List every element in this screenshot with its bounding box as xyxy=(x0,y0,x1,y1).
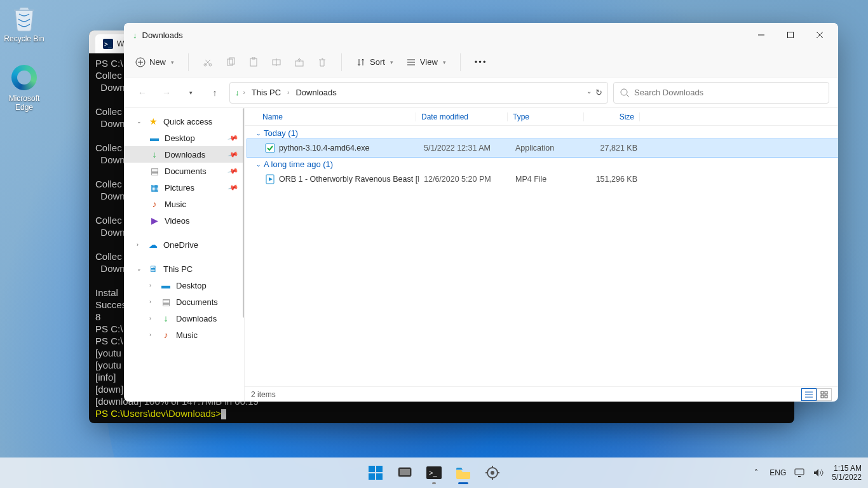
svg-rect-11 xyxy=(250,58,257,66)
status-text: 2 items xyxy=(251,390,276,399)
svg-rect-27 xyxy=(821,391,824,394)
svg-point-40 xyxy=(491,471,494,475)
taskbar-clock[interactable]: 1:15 AM 5/1/2022 xyxy=(832,464,862,482)
svg-line-20 xyxy=(627,95,629,97)
explorer-window[interactable]: ↓ Downloads New ▾ Sort ▾ View ▾ xyxy=(124,23,838,402)
nav-downloads[interactable]: ↓Downloads📌 xyxy=(124,146,244,163)
network-icon[interactable] xyxy=(794,467,805,478)
refresh-button[interactable]: ↻ xyxy=(595,88,602,97)
desktop-icon-edge[interactable]: Microsoft Edge xyxy=(0,64,48,112)
svg-point-19 xyxy=(621,89,627,95)
file-row[interactable]: ORB 1 - Otherworbly Ravenous Beast [B7..… xyxy=(247,170,838,188)
column-type[interactable]: Type xyxy=(508,112,584,121)
cut-button xyxy=(198,55,218,70)
nav-tp-desktop[interactable]: ›▬Desktop xyxy=(124,277,244,294)
taskbar[interactable]: >_ ˄ ENG 1:15 AM 5/1/2022 xyxy=(0,458,868,488)
downloads-icon: ↓ xyxy=(133,30,137,40)
address-bar-row: ← → ▾ ↑ ↓ › This PC › Downloads ⌄ ↻ xyxy=(124,78,838,108)
file-group-today[interactable]: ⌄Today (1) xyxy=(247,126,838,139)
tray-overflow-button[interactable]: ˄ xyxy=(750,467,762,478)
svg-rect-32 xyxy=(376,466,383,472)
search-icon xyxy=(620,88,629,97)
videos-icon: ▶ xyxy=(149,215,159,226)
column-headers[interactable]: Name Date modified Type Size xyxy=(245,108,838,126)
taskbar-settings[interactable] xyxy=(480,460,505,485)
column-size[interactable]: Size xyxy=(584,112,640,121)
pictures-icon: ▦ xyxy=(149,182,159,193)
svg-rect-28 xyxy=(825,391,827,394)
start-button[interactable] xyxy=(363,460,388,485)
onedrive-icon: ☁ xyxy=(148,240,158,250)
nav-music[interactable]: ♪Music xyxy=(124,196,244,212)
desktop-icon: ▬ xyxy=(149,133,159,143)
file-row[interactable]: python-3.10.4-amd64.exe5/1/2022 12:31 AM… xyxy=(247,139,838,157)
recent-button[interactable]: ▾ xyxy=(181,83,200,102)
file-date: 5/1/2022 12:31 AM xyxy=(419,144,510,152)
explorer-titlebar[interactable]: ↓ Downloads xyxy=(124,23,838,47)
chevron-down-icon: ▾ xyxy=(390,59,393,65)
more-button[interactable]: ••• xyxy=(470,55,492,69)
explorer-toolbar: New ▾ Sort ▾ View ▾ ••• xyxy=(124,47,838,78)
view-button[interactable]: View ▾ xyxy=(401,55,451,70)
downloads-icon: ↓ xyxy=(149,149,159,159)
maximize-button[interactable] xyxy=(776,25,805,45)
navigation-pane[interactable]: ⌄★Quick access ▬Desktop📌 ↓Downloads📌 ▤Do… xyxy=(124,108,245,402)
music-icon: ♪ xyxy=(161,330,171,340)
this-pc-icon: 🖥 xyxy=(148,264,158,274)
nav-videos[interactable]: ▶Videos xyxy=(124,212,244,229)
nav-this-pc[interactable]: ⌄🖥This PC xyxy=(124,261,244,277)
thumbnails-view-button[interactable] xyxy=(817,388,832,401)
taskbar-terminal[interactable]: >_ xyxy=(421,460,447,485)
view-icon xyxy=(406,57,416,67)
file-size: 27,821 KB xyxy=(587,144,642,152)
close-button[interactable] xyxy=(805,25,834,45)
new-icon xyxy=(135,57,146,67)
svg-rect-21 xyxy=(266,144,275,152)
new-button[interactable]: New ▾ xyxy=(130,55,179,70)
sort-button[interactable]: Sort ▾ xyxy=(351,55,398,70)
nav-pictures[interactable]: ▦Pictures📌 xyxy=(124,179,244,196)
sort-label: Sort xyxy=(370,57,385,67)
desktop-icon-recycle-bin[interactable]: Recycle Bin xyxy=(0,4,48,43)
file-group-old[interactable]: ⌄A long time ago (1) xyxy=(247,157,838,170)
breadcrumb-this-pc[interactable]: This PC xyxy=(249,86,283,98)
details-view-button[interactable] xyxy=(801,388,817,401)
nav-desktop[interactable]: ▬Desktop📌 xyxy=(124,130,244,146)
up-button[interactable]: ↑ xyxy=(205,83,224,102)
chevron-down-icon: ▾ xyxy=(171,59,174,65)
chevron-down-icon: ▾ xyxy=(443,59,446,65)
task-view-button[interactable] xyxy=(392,460,417,485)
nav-tp-downloads[interactable]: ›↓Downloads xyxy=(124,310,244,327)
nav-documents[interactable]: ▤Documents📌 xyxy=(124,163,244,179)
star-icon: ★ xyxy=(148,116,158,126)
file-date: 12/6/2020 5:20 PM xyxy=(419,175,510,184)
copy-button xyxy=(220,55,241,70)
column-date[interactable]: Date modified xyxy=(416,112,508,121)
nav-onedrive[interactable]: ›☁OneDrive xyxy=(124,236,244,253)
downloads-icon: ↓ xyxy=(161,313,171,323)
file-list[interactable]: ⌄Today (1)python-3.10.4-amd64.exe5/1/202… xyxy=(245,126,838,386)
breadcrumb-separator: › xyxy=(287,89,289,96)
address-bar[interactable]: ↓ › This PC › Downloads ⌄ ↻ xyxy=(229,82,608,104)
language-indicator[interactable]: ENG xyxy=(770,468,786,477)
svg-rect-34 xyxy=(376,473,383,480)
volume-icon[interactable] xyxy=(813,467,824,478)
edge-icon xyxy=(10,64,38,92)
rename-button xyxy=(266,55,287,70)
column-name[interactable]: Name xyxy=(257,112,416,121)
minimize-button[interactable] xyxy=(747,25,776,45)
svg-rect-33 xyxy=(369,473,375,480)
nav-tp-music[interactable]: ›♪Music xyxy=(124,327,244,343)
taskbar-explorer[interactable] xyxy=(451,460,476,485)
new-label: New xyxy=(149,57,166,67)
nav-quick-access[interactable]: ⌄★Quick access xyxy=(124,113,244,130)
delete-button xyxy=(312,55,332,70)
search-box[interactable] xyxy=(613,82,829,104)
file-type: Application xyxy=(510,144,587,152)
dropdown-button[interactable]: ⌄ xyxy=(587,88,592,97)
breadcrumb-downloads[interactable]: Downloads xyxy=(293,86,339,98)
downloads-icon: ↓ xyxy=(235,88,240,97)
nav-tp-documents[interactable]: ›▤Documents xyxy=(124,294,244,310)
svg-text:>_: >_ xyxy=(429,469,437,477)
search-input[interactable] xyxy=(634,88,822,97)
